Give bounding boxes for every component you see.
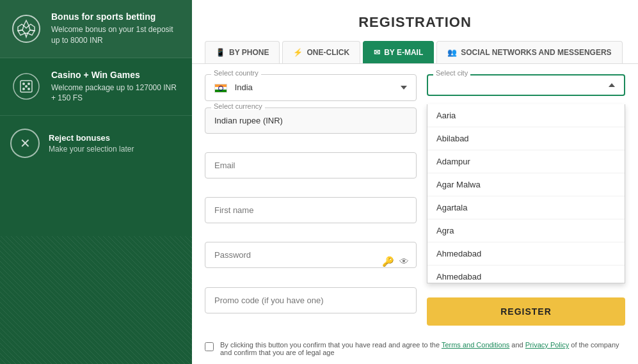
country-name: India: [235, 83, 253, 92]
reject-text: Reject bonuses Make your selection later: [49, 133, 134, 154]
casino-bonus-title: Casino + Win Games: [51, 70, 182, 80]
tab-phone-label: BY PHONE: [229, 48, 269, 57]
tab-oneclick[interactable]: ⚡ ONE-CLICK: [282, 41, 360, 63]
country-value: India: [214, 83, 253, 93]
reject-title: Reject bonuses: [49, 133, 134, 143]
register-button[interactable]: REGISTER: [427, 297, 625, 326]
country-select[interactable]: India: [205, 74, 417, 101]
city-option-aaria[interactable]: Aaria: [427, 104, 625, 127]
email-input[interactable]: [205, 152, 417, 178]
password-field-group: 🔑 👁: [205, 242, 417, 280]
terms-section: By clicking this button you confirm that…: [192, 336, 638, 364]
svg-marker-2: [18, 24, 24, 31]
india-flag: [214, 84, 227, 93]
currency-label: Select currency: [211, 102, 265, 110]
currency-field: Select currency: [205, 107, 417, 146]
terms-text: By clicking this button you confirm that…: [220, 341, 625, 356]
key-icon[interactable]: 🔑: [382, 256, 394, 267]
terms-checkbox[interactable]: [205, 342, 214, 351]
tab-email-label: BY E-MAIL: [384, 48, 423, 57]
sidebar-pattern: [0, 236, 192, 364]
promo-input[interactable]: [205, 287, 417, 313]
svg-point-11: [25, 85, 28, 88]
casino-icon: [10, 70, 42, 102]
currency-input[interactable]: [205, 107, 417, 134]
casino-bonus-text: Casino + Win Games Welcome package up to…: [51, 70, 182, 104]
sidebar-item-sports-bonus[interactable]: Bonus for sports betting Welcome bonus o…: [0, 0, 192, 58]
city-dropdown: Aaria Abilabad Adampur Agar Malwa Agarta…: [427, 104, 625, 283]
country-label: Select country: [211, 69, 261, 77]
promo-field-group: [205, 287, 417, 326]
svg-marker-1: [24, 20, 29, 28]
tab-phone[interactable]: 📱 BY PHONE: [205, 41, 280, 63]
firstname-input[interactable]: [205, 197, 417, 223]
casino-bonus-desc: Welcome package up to 127000 INR + 150 F…: [51, 83, 182, 104]
svg-point-13: [22, 88, 25, 90]
svg-marker-4: [18, 30, 25, 35]
reject-desc: Make your selection later: [49, 145, 134, 154]
firstname-field-group: [205, 197, 417, 235]
sports-bonus-title: Bonus for sports betting: [51, 12, 182, 22]
svg-marker-3: [29, 24, 35, 31]
svg-marker-6: [25, 33, 28, 37]
sports-bonus-text: Bonus for sports betting Welcome bonus o…: [51, 12, 182, 46]
city-label: Select city: [433, 69, 470, 77]
city-option-agar-malwa[interactable]: Agar Malwa: [427, 173, 625, 196]
city-option-agartala[interactable]: Agartala: [427, 196, 625, 219]
city-chevron-up: [609, 83, 615, 87]
reject-icon[interactable]: ✕: [10, 129, 40, 158]
form-right: Select city Aaria Abilabad Adampur Agar …: [427, 74, 625, 326]
email-field-group: [205, 152, 417, 191]
password-icons: 🔑 👁: [382, 256, 409, 267]
sports-bonus-desc: Welcome bonus on your 1st deposit up to …: [51, 24, 182, 46]
city-select[interactable]: [427, 74, 625, 96]
social-icon: 👥: [447, 48, 457, 57]
country-field: Select country India: [205, 74, 417, 101]
form-left: Select country India Select currency: [205, 74, 417, 326]
sidebar-item-casino-bonus[interactable]: Casino + Win Games Welcome package up to…: [0, 58, 192, 116]
city-option-ahmedabad-2[interactable]: Ahmedabad: [427, 265, 625, 283]
soccer-icon: [10, 13, 42, 45]
phone-icon: 📱: [216, 48, 225, 57]
city-field: Select city Aaria Abilabad Adampur Agar …: [427, 74, 625, 104]
city-option-ahmedabad-1[interactable]: Ahmedabad: [427, 242, 625, 265]
svg-point-10: [28, 88, 30, 90]
main-content: REGISTRATION 📱 BY PHONE ⚡ ONE-CLICK ✉ BY…: [192, 0, 638, 364]
country-chevron: [401, 86, 407, 90]
form-area: Select country India Select currency: [192, 64, 638, 336]
tab-social-label: SOCIAL NETWORKS AND MESSENGERS: [461, 48, 611, 57]
city-option-adampur[interactable]: Adampur: [427, 150, 625, 173]
city-option-abilabad[interactable]: Abilabad: [427, 127, 625, 150]
city-option-agra[interactable]: Agra: [427, 219, 625, 242]
svg-point-9: [22, 83, 25, 85]
main-header: REGISTRATION: [192, 0, 638, 41]
email-icon: ✉: [374, 48, 380, 57]
svg-point-12: [28, 83, 30, 85]
svg-marker-5: [28, 30, 35, 35]
tab-social[interactable]: 👥 SOCIAL NETWORKS AND MESSENGERS: [436, 41, 622, 63]
tab-oneclick-label: ONE-CLICK: [307, 48, 349, 57]
tab-email[interactable]: ✉ BY E-MAIL: [363, 41, 434, 63]
lightning-icon: ⚡: [293, 48, 303, 57]
eye-icon[interactable]: 👁: [399, 256, 409, 267]
tab-bar: 📱 BY PHONE ⚡ ONE-CLICK ✉ BY E-MAIL 👥 SOC…: [192, 41, 638, 64]
country-currency-row: Select country India: [205, 74, 417, 101]
page-title: REGISTRATION: [211, 14, 619, 31]
sidebar-item-reject[interactable]: ✕ Reject bonuses Make your selection lat…: [0, 116, 192, 171]
sidebar: Bonus for sports betting Welcome bonus o…: [0, 0, 192, 364]
terms-link[interactable]: Terms and Conditions: [442, 341, 509, 349]
privacy-link[interactable]: Privacy Policy: [525, 341, 569, 349]
